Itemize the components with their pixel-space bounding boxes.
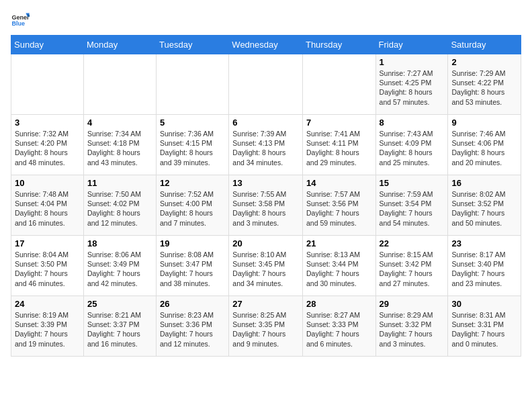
day-info: Sunrise: 7:29 AM Sunset: 4:22 PM Dayligh… (451, 68, 517, 107)
day-cell: 20Sunrise: 8:10 AM Sunset: 3:45 PM Dayli… (229, 236, 303, 296)
logo-icon: General Blue (11, 11, 30, 30)
day-number: 19 (160, 238, 225, 248)
day-cell: 12Sunrise: 7:52 AM Sunset: 4:00 PM Dayli… (157, 175, 229, 236)
day-cell: 24Sunrise: 8:19 AM Sunset: 3:39 PM Dayli… (11, 296, 84, 357)
day-cell: 2Sunrise: 7:29 AM Sunset: 4:22 PM Daylig… (448, 54, 521, 115)
day-info: Sunrise: 8:23 AM Sunset: 3:36 PM Dayligh… (160, 310, 225, 349)
header-row: SundayMondayTuesdayWednesdayThursdayFrid… (11, 36, 521, 54)
week-row-1: 1Sunrise: 7:27 AM Sunset: 4:25 PM Daylig… (11, 54, 521, 115)
day-info: Sunrise: 7:36 AM Sunset: 4:15 PM Dayligh… (160, 129, 225, 167)
day-info: Sunrise: 7:46 AM Sunset: 4:06 PM Dayligh… (451, 129, 517, 167)
day-cell: 23Sunrise: 8:17 AM Sunset: 3:40 PM Dayli… (448, 236, 521, 296)
day-number: 1 (380, 57, 445, 67)
day-number: 24 (15, 299, 80, 309)
day-info: Sunrise: 7:43 AM Sunset: 4:09 PM Dayligh… (380, 129, 445, 167)
day-number: 21 (306, 238, 372, 248)
day-cell: 21Sunrise: 8:13 AM Sunset: 3:44 PM Dayli… (302, 236, 375, 296)
day-info: Sunrise: 8:02 AM Sunset: 3:52 PM Dayligh… (451, 189, 517, 228)
day-cell: 15Sunrise: 7:59 AM Sunset: 3:54 PM Dayli… (375, 175, 448, 236)
day-info: Sunrise: 8:31 AM Sunset: 3:31 PM Dayligh… (451, 310, 517, 349)
week-row-3: 10Sunrise: 7:48 AM Sunset: 4:04 PM Dayli… (11, 175, 521, 236)
day-number: 7 (306, 118, 372, 128)
week-row-5: 24Sunrise: 8:19 AM Sunset: 3:39 PM Dayli… (11, 296, 521, 357)
header-cell-sunday: Sunday (11, 36, 84, 54)
day-cell: 16Sunrise: 8:02 AM Sunset: 3:52 PM Dayli… (448, 175, 521, 236)
day-number: 4 (87, 118, 152, 128)
day-cell: 7Sunrise: 7:41 AM Sunset: 4:11 PM Daylig… (302, 115, 375, 175)
day-info: Sunrise: 8:13 AM Sunset: 3:44 PM Dayligh… (306, 250, 372, 288)
day-cell: 11Sunrise: 7:50 AM Sunset: 4:02 PM Dayli… (83, 175, 156, 236)
day-cell (83, 54, 156, 115)
week-row-2: 3Sunrise: 7:32 AM Sunset: 4:20 PM Daylig… (11, 115, 521, 175)
day-info: Sunrise: 7:27 AM Sunset: 4:25 PM Dayligh… (380, 68, 445, 107)
day-cell: 5Sunrise: 7:36 AM Sunset: 4:15 PM Daylig… (157, 115, 229, 175)
header-cell-monday: Monday (83, 36, 156, 54)
day-info: Sunrise: 8:25 AM Sunset: 3:35 PM Dayligh… (232, 310, 299, 349)
header-cell-saturday: Saturday (448, 36, 521, 54)
day-info: Sunrise: 8:15 AM Sunset: 3:42 PM Dayligh… (380, 250, 445, 288)
header-cell-wednesday: Wednesday (229, 36, 303, 54)
day-cell: 4Sunrise: 7:34 AM Sunset: 4:18 PM Daylig… (83, 115, 156, 175)
day-cell: 25Sunrise: 8:21 AM Sunset: 3:37 PM Dayli… (83, 296, 156, 357)
day-cell: 27Sunrise: 8:25 AM Sunset: 3:35 PM Dayli… (229, 296, 303, 357)
day-number: 29 (380, 299, 445, 309)
day-info: Sunrise: 8:08 AM Sunset: 3:47 PM Dayligh… (160, 250, 225, 288)
day-info: Sunrise: 7:32 AM Sunset: 4:20 PM Dayligh… (15, 129, 80, 167)
day-info: Sunrise: 7:48 AM Sunset: 4:04 PM Dayligh… (15, 189, 80, 228)
day-number: 5 (160, 118, 225, 128)
day-cell: 30Sunrise: 8:31 AM Sunset: 3:31 PM Dayli… (448, 296, 521, 357)
day-info: Sunrise: 7:50 AM Sunset: 4:02 PM Dayligh… (87, 189, 152, 228)
day-info: Sunrise: 8:29 AM Sunset: 3:32 PM Dayligh… (380, 310, 445, 349)
day-cell: 10Sunrise: 7:48 AM Sunset: 4:04 PM Dayli… (11, 175, 84, 236)
day-number: 8 (380, 118, 445, 128)
day-info: Sunrise: 7:59 AM Sunset: 3:54 PM Dayligh… (380, 189, 445, 228)
day-cell: 14Sunrise: 7:57 AM Sunset: 3:56 PM Dayli… (302, 175, 375, 236)
header-cell-tuesday: Tuesday (157, 36, 229, 54)
day-cell (302, 54, 375, 115)
day-cell: 18Sunrise: 8:06 AM Sunset: 3:49 PM Dayli… (83, 236, 156, 296)
day-info: Sunrise: 8:10 AM Sunset: 3:45 PM Dayligh… (232, 250, 299, 288)
day-number: 9 (451, 118, 517, 128)
day-number: 12 (160, 178, 225, 188)
day-number: 2 (451, 57, 517, 67)
svg-text:Blue: Blue (11, 20, 25, 27)
day-info: Sunrise: 8:06 AM Sunset: 3:49 PM Dayligh… (87, 250, 152, 288)
day-number: 26 (160, 299, 225, 309)
day-cell: 3Sunrise: 7:32 AM Sunset: 4:20 PM Daylig… (11, 115, 84, 175)
day-cell: 19Sunrise: 8:08 AM Sunset: 3:47 PM Dayli… (157, 236, 229, 296)
day-number: 3 (15, 118, 80, 128)
day-cell (229, 54, 303, 115)
header-cell-thursday: Thursday (302, 36, 375, 54)
day-cell: 17Sunrise: 8:04 AM Sunset: 3:50 PM Dayli… (11, 236, 84, 296)
day-number: 25 (87, 299, 152, 309)
header-cell-friday: Friday (375, 36, 448, 54)
day-number: 17 (15, 238, 80, 248)
day-info: Sunrise: 8:19 AM Sunset: 3:39 PM Dayligh… (15, 310, 80, 349)
day-cell (157, 54, 229, 115)
day-info: Sunrise: 7:39 AM Sunset: 4:13 PM Dayligh… (232, 129, 299, 167)
day-number: 15 (380, 178, 445, 188)
day-info: Sunrise: 8:21 AM Sunset: 3:37 PM Dayligh… (87, 310, 152, 349)
day-number: 16 (451, 178, 517, 188)
day-cell: 28Sunrise: 8:27 AM Sunset: 3:33 PM Dayli… (302, 296, 375, 357)
day-cell: 6Sunrise: 7:39 AM Sunset: 4:13 PM Daylig… (229, 115, 303, 175)
day-info: Sunrise: 7:41 AM Sunset: 4:11 PM Dayligh… (306, 129, 372, 167)
day-info: Sunrise: 7:55 AM Sunset: 3:58 PM Dayligh… (232, 189, 299, 228)
week-row-4: 17Sunrise: 8:04 AM Sunset: 3:50 PM Dayli… (11, 236, 521, 296)
day-cell: 22Sunrise: 8:15 AM Sunset: 3:42 PM Dayli… (375, 236, 448, 296)
day-number: 6 (232, 118, 299, 128)
day-cell: 29Sunrise: 8:29 AM Sunset: 3:32 PM Dayli… (375, 296, 448, 357)
day-cell: 9Sunrise: 7:46 AM Sunset: 4:06 PM Daylig… (448, 115, 521, 175)
day-number: 20 (232, 238, 299, 248)
calendar-table: SundayMondayTuesdayWednesdayThursdayFrid… (11, 35, 521, 357)
day-number: 18 (87, 238, 152, 248)
logo: General Blue (11, 11, 30, 30)
day-cell: 26Sunrise: 8:23 AM Sunset: 3:36 PM Dayli… (157, 296, 229, 357)
day-info: Sunrise: 7:57 AM Sunset: 3:56 PM Dayligh… (306, 189, 372, 228)
day-number: 23 (451, 238, 517, 248)
day-info: Sunrise: 7:52 AM Sunset: 4:00 PM Dayligh… (160, 189, 225, 228)
day-cell (11, 54, 84, 115)
day-number: 30 (451, 299, 517, 309)
day-number: 13 (232, 178, 299, 188)
header: General Blue (11, 11, 521, 30)
